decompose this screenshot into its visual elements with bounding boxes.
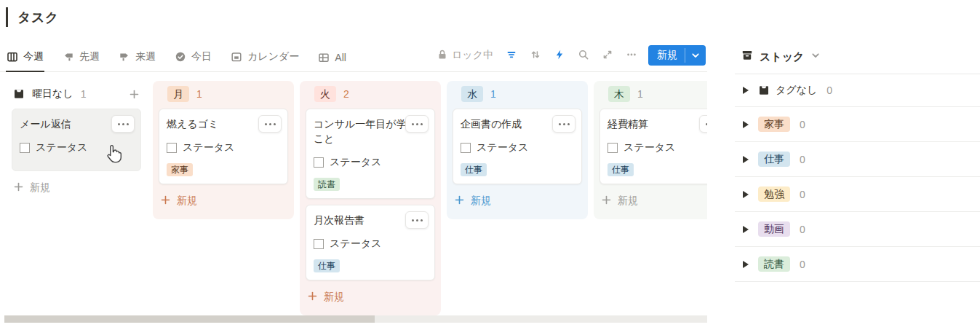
stock-row-label: 家事 [758, 117, 790, 132]
column-count: 1 [196, 88, 202, 100]
stock-title: ストック [760, 50, 804, 64]
lock-status[interactable]: ロック中 [437, 49, 493, 63]
triangle-right-icon[interactable] [743, 156, 749, 163]
tab-last-week[interactable]: 先週 [62, 50, 100, 71]
card-menu-button[interactable] [552, 115, 575, 133]
automation-button[interactable] [554, 49, 565, 63]
column-header[interactable]: 曜日なし 1 [12, 85, 141, 103]
stock-row-label: 動画 [758, 221, 790, 237]
tag-row: 仕事 [607, 163, 707, 176]
stock-row-kaji[interactable]: 家事 0 [735, 107, 980, 142]
stock-header[interactable]: ストック [735, 48, 980, 74]
plus-icon [13, 181, 24, 195]
calendar-icon [231, 51, 242, 63]
column-header[interactable]: 木 1 [599, 85, 707, 103]
tab-calendar[interactable]: カレンダー [230, 50, 300, 71]
page-header: タスク [6, 7, 59, 27]
triangle-right-icon[interactable] [743, 261, 749, 268]
triangle-right-icon[interactable] [743, 191, 749, 198]
plus-icon [160, 195, 171, 208]
more-options-button[interactable] [626, 49, 637, 63]
status-checkbox[interactable] [20, 143, 30, 153]
card-menu-button[interactable] [258, 115, 282, 133]
lock-icon [437, 49, 448, 63]
status-checkbox[interactable] [167, 143, 177, 153]
board-column-tue: 火 2 コンサル一年目が学ぶこと ステータス 読書 月次報告書 ステータス 仕事… [300, 81, 441, 315]
stock-row-count: 0 [800, 154, 805, 165]
status-checkbox[interactable] [314, 157, 324, 168]
kanban-card[interactable]: 燃えるゴミ ステータス 家事 [159, 109, 288, 184]
expand-icon [602, 49, 613, 63]
column-count: 1 [637, 88, 643, 100]
tab-this-week[interactable]: 今週 [6, 50, 44, 71]
sort-button[interactable] [530, 49, 541, 63]
card-list: 燃えるゴミ ステータス 家事 [159, 109, 288, 184]
kanban-card[interactable]: 企画書の作成 ステータス 仕事 [453, 109, 582, 184]
tag-chip: 家事 [758, 117, 790, 132]
new-entry-button[interactable]: 新規 [648, 45, 706, 66]
column-header[interactable]: 火 2 [306, 85, 435, 103]
add-card-button[interactable] [129, 89, 140, 100]
new-card-button[interactable]: 新規 [306, 288, 435, 307]
filter-button[interactable] [506, 49, 517, 63]
column-header[interactable]: 水 1 [453, 85, 582, 103]
new-card-button[interactable]: 新規 [159, 192, 288, 211]
card-menu-button[interactable] [405, 115, 429, 133]
tab-today[interactable]: 今日 [174, 50, 212, 71]
status-checkbox[interactable] [607, 143, 618, 153]
tag-chip: 読書 [758, 256, 790, 272]
status-label: ステータス [624, 141, 675, 154]
inbox-icon [758, 85, 770, 96]
kanban-card[interactable]: メール返信 ステータス [12, 109, 141, 171]
chevron-down-icon[interactable] [810, 50, 821, 63]
tag-chip: 仕事 [758, 152, 790, 167]
stock-panel: ストック タグなし 0 家事 0 仕事 0 勉強 0 動画 0 読書 0 [735, 48, 980, 282]
expand-button[interactable] [602, 49, 613, 63]
kanban-card[interactable]: 月次報告書 ステータス 仕事 [306, 205, 435, 280]
toolbar: ロック中 新規 [437, 45, 707, 71]
plus-icon [601, 195, 612, 208]
new-card-button[interactable]: 新規 [599, 192, 707, 211]
status-property: ステータス [314, 237, 427, 251]
stock-row-doga[interactable]: 動画 0 [735, 212, 980, 247]
stock-row-dokusho[interactable]: 読書 0 [735, 247, 980, 282]
status-property: ステータス [20, 141, 133, 154]
tag-chip: 家事 [167, 163, 193, 176]
stock-row-shigoto[interactable]: 仕事 0 [735, 142, 980, 177]
column-header[interactable]: 月 1 [159, 85, 288, 103]
kanban-card[interactable]: 経費精算 ステータス 仕事 [599, 109, 707, 184]
stock-row-list: タグなし 0 家事 0 仕事 0 勉強 0 動画 0 読書 0 [735, 74, 980, 282]
new-card-button[interactable]: 新規 [453, 192, 582, 211]
board-column-wed: 水 1 企画書の作成 ステータス 仕事 新規 [447, 81, 588, 219]
search-icon [578, 49, 589, 63]
card-menu-button[interactable] [111, 115, 135, 133]
tag-row: 家事 [167, 163, 280, 176]
lightning-icon [554, 49, 565, 63]
tab-all[interactable]: All [317, 52, 347, 71]
triangle-right-icon[interactable] [743, 121, 749, 128]
status-checkbox[interactable] [461, 143, 471, 153]
column-name-chip: 水 [461, 86, 483, 102]
stock-row-no-tag[interactable]: タグなし 0 [735, 74, 980, 107]
status-property: ステータス [167, 141, 280, 154]
table-icon [318, 52, 330, 63]
card-menu-button[interactable] [699, 115, 707, 133]
kanban-card[interactable]: コンサル一年目が学ぶこと ステータス 読書 [306, 109, 435, 199]
view-tab-bar: 今週 先週 来週 今日 カレンダー All ロック中 [0, 44, 707, 72]
horizontal-scrollbar-track[interactable] [4, 315, 707, 323]
tag-chip: 仕事 [314, 259, 340, 272]
horizontal-scrollbar-thumb[interactable] [4, 315, 375, 323]
column-count: 1 [490, 88, 496, 100]
tab-next-week[interactable]: 来週 [118, 50, 156, 71]
card-menu-button[interactable] [405, 211, 429, 229]
tag-row: 仕事 [461, 163, 574, 176]
chevron-down-icon[interactable] [685, 45, 706, 66]
new-card-button[interactable]: 新規 [12, 178, 141, 197]
search-button[interactable] [578, 49, 589, 63]
triangle-right-icon[interactable] [743, 87, 749, 94]
stock-row-benkyo[interactable]: 勉強 0 [735, 177, 980, 212]
triangle-right-icon[interactable] [743, 226, 749, 233]
status-label: ステータス [36, 141, 87, 154]
card-title: 経費精算 [607, 117, 707, 131]
status-checkbox[interactable] [314, 239, 324, 249]
